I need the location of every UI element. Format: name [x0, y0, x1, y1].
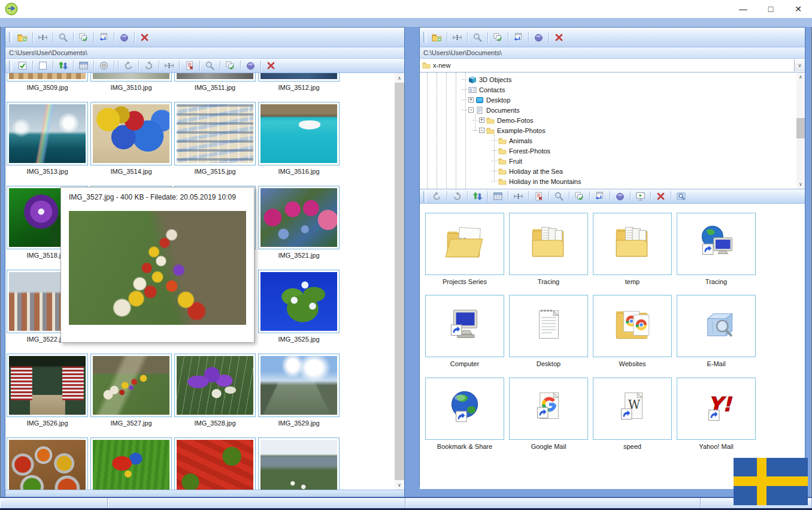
copy-check-icon[interactable] — [490, 31, 506, 44]
scroll-down-icon[interactable]: ∨ — [395, 480, 404, 490]
toolbar-grip[interactable] — [9, 32, 12, 43]
checkbox-empty-icon[interactable] — [35, 59, 51, 72]
search-icon[interactable] — [202, 59, 218, 72]
shortcut-tracing[interactable]: Tracing — [509, 213, 588, 285]
thumbnail-image[interactable] — [9, 104, 86, 163]
shortcut-computer[interactable]: Computer — [425, 295, 504, 367]
thumbnail[interactable]: IMG_3527.jpg — [90, 354, 172, 428]
pie-chart-icon[interactable] — [116, 31, 132, 44]
delete-icon[interactable] — [263, 59, 279, 72]
thumbnail-image[interactable] — [177, 73, 253, 79]
redo-icon[interactable] — [141, 59, 157, 72]
thumbnail-image[interactable] — [260, 104, 337, 163]
sort-arrows-icon[interactable] — [55, 59, 71, 72]
thumbnail[interactable]: IMG_3513.jpg — [7, 102, 88, 176]
undo-icon[interactable] — [429, 190, 445, 203]
thumbnail-image[interactable] — [260, 440, 337, 490]
rename-icon[interactable] — [35, 31, 51, 44]
copy-check-icon[interactable] — [75, 31, 92, 44]
tree-scrollbar[interactable]: ∧ ∨ — [796, 73, 805, 189]
thumbnail[interactable]: IMG_3516.jpg — [258, 102, 340, 176]
slideshow-icon[interactable] — [632, 190, 649, 203]
delete-icon[interactable] — [551, 31, 567, 44]
rename-icon[interactable] — [161, 59, 177, 72]
paste-arrow-icon[interactable] — [510, 31, 526, 44]
scrollbar-thumb[interactable] — [395, 83, 404, 480]
scroll-up-icon[interactable]: ∧ — [395, 73, 404, 83]
tree-item-forest-photos[interactable]: Forest-Photos — [420, 146, 550, 156]
shortcut-tracing-2[interactable]: Tracing — [677, 213, 756, 285]
thumbnail-image[interactable] — [93, 104, 169, 163]
thumbnail[interactable]: IMG_3526.jpg — [7, 354, 88, 428]
shortcut-email[interactable]: E-Mail — [677, 295, 756, 367]
redo-icon[interactable] — [449, 190, 465, 203]
tree-item-holiday-in-the-mountains[interactable]: Holiday in the Mountains — [420, 176, 581, 186]
tree-item-holiday-at-the-sea[interactable]: Holiday at the Sea — [420, 166, 563, 176]
thumbnail-image[interactable] — [9, 440, 86, 490]
paste-arrow-icon[interactable] — [592, 190, 608, 203]
shortcut-google-mail[interactable]: Google Mail — [509, 378, 588, 450]
thumbnail-image[interactable] — [9, 356, 86, 415]
paste-arrow-icon[interactable] — [96, 31, 112, 44]
toolbar-grip[interactable] — [423, 32, 426, 43]
shortcut-yahoo-mail[interactable]: Y!Yahoo! Mail — [677, 378, 756, 450]
close-button[interactable]: ✕ — [784, 0, 812, 18]
thumbnail-image[interactable] — [260, 356, 337, 415]
delete-icon[interactable] — [137, 31, 153, 44]
thumbnail[interactable]: IMG_3528.jpg — [174, 354, 256, 428]
thumbnail[interactable] — [174, 437, 256, 490]
thumbnail[interactable]: IMG_3510.jpg — [90, 73, 172, 92]
collapse-icon[interactable]: - — [479, 128, 484, 133]
toolbar-grip[interactable] — [9, 61, 12, 71]
rename-icon[interactable] — [449, 31, 465, 44]
tree-item-documents[interactable]: -Documents — [420, 105, 520, 115]
thumbnail-image[interactable] — [93, 356, 169, 415]
collapse-icon[interactable]: - — [468, 107, 474, 113]
shortcut-websites[interactable]: Websites — [593, 295, 672, 367]
folder-combo-box[interactable]: x-new ∨ — [420, 59, 805, 73]
expand-icon[interactable]: + — [479, 117, 484, 123]
thumbnail[interactable]: IMG_3521.jpg — [258, 186, 340, 260]
pie-chart-icon[interactable] — [531, 31, 547, 44]
maximize-button[interactable]: □ — [757, 0, 784, 18]
expand-icon[interactable]: + — [468, 97, 474, 102]
file-info-icon[interactable] — [531, 190, 547, 203]
left-scrollbar[interactable]: ∧ ∨ — [395, 73, 404, 490]
thumbnail[interactable] — [90, 437, 172, 490]
thumbnail-image[interactable] — [260, 272, 337, 331]
delete-icon[interactable] — [653, 190, 669, 203]
right-path-bar[interactable]: C:\Users\User\Documents\ — [420, 47, 805, 59]
thumbnail[interactable] — [258, 437, 340, 490]
shortcut-bookmark-share[interactable]: Bookmark & Share — [425, 378, 504, 450]
tree-item-desktop[interactable]: +Desktop — [420, 95, 510, 105]
tree-item-animals[interactable]: Animals — [420, 135, 532, 146]
toolbar-grip[interactable] — [423, 191, 426, 202]
tree-item-demo-fotos[interactable]: +Demo-Fotos — [420, 115, 534, 125]
shortcut-temp[interactable]: temp — [593, 213, 672, 285]
tree-item-example-photos[interactable]: -Example-Photos — [420, 125, 546, 135]
rename-icon[interactable] — [510, 190, 526, 203]
table-view-icon[interactable] — [75, 59, 92, 72]
new-folder-icon[interactable] — [14, 31, 31, 44]
checkbox-checked-icon[interactable] — [14, 59, 31, 72]
pie-chart-icon[interactable] — [243, 59, 259, 72]
thumbnail-image[interactable] — [177, 104, 253, 163]
combo-dropdown-icon[interactable]: ∨ — [794, 59, 805, 71]
thumbnail[interactable]: IMG_3511.jpg — [174, 73, 256, 92]
preview-icon[interactable] — [673, 190, 689, 203]
thumbnail[interactable]: IMG_3512.jpg — [258, 73, 340, 92]
minimize-button[interactable]: — — [729, 0, 757, 18]
thumbnail[interactable]: IMG_3515.jpg — [174, 102, 256, 176]
tree-item-3d-objects[interactable]: 3D Objects — [420, 74, 511, 85]
shortcut-projects-series[interactable]: Projects Series — [425, 213, 504, 285]
shortcut-speed[interactable]: Wspeed — [593, 378, 672, 450]
shortcut-desktop[interactable]: Desktop — [509, 295, 588, 367]
thumbnail-image[interactable] — [260, 73, 337, 79]
scrollbar-thumb[interactable] — [796, 118, 805, 138]
search-icon[interactable] — [55, 31, 71, 44]
search-icon[interactable] — [551, 190, 567, 203]
scroll-up-icon[interactable]: ∧ — [796, 73, 805, 82]
tree-item-contacts[interactable]: Contacts — [420, 85, 505, 95]
table-view-icon[interactable] — [490, 190, 506, 203]
thumbnail-image[interactable] — [9, 73, 86, 79]
